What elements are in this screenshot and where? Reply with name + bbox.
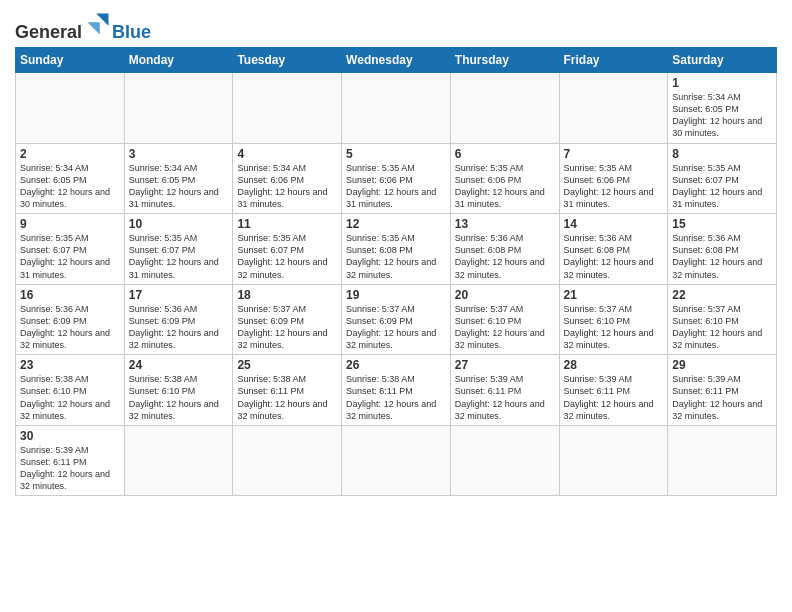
calendar-day-cell xyxy=(559,425,668,496)
day-sun-info: Sunrise: 5:38 AM Sunset: 6:10 PM Dayligh… xyxy=(129,373,229,422)
calendar-day-cell: 15Sunrise: 5:36 AM Sunset: 6:08 PM Dayli… xyxy=(668,214,777,285)
logo-icon xyxy=(84,10,112,38)
calendar-day-cell: 29Sunrise: 5:39 AM Sunset: 6:11 PM Dayli… xyxy=(668,355,777,426)
day-sun-info: Sunrise: 5:36 AM Sunset: 6:08 PM Dayligh… xyxy=(672,232,772,281)
svg-marker-1 xyxy=(88,22,100,34)
day-sun-info: Sunrise: 5:35 AM Sunset: 6:06 PM Dayligh… xyxy=(346,162,446,211)
day-sun-info: Sunrise: 5:39 AM Sunset: 6:11 PM Dayligh… xyxy=(20,444,120,493)
calendar-day-cell: 25Sunrise: 5:38 AM Sunset: 6:11 PM Dayli… xyxy=(233,355,342,426)
day-number: 7 xyxy=(564,147,664,161)
calendar-day-cell: 2Sunrise: 5:34 AM Sunset: 6:05 PM Daylig… xyxy=(16,143,125,214)
calendar-day-cell xyxy=(450,73,559,144)
day-sun-info: Sunrise: 5:35 AM Sunset: 6:07 PM Dayligh… xyxy=(129,232,229,281)
day-number: 12 xyxy=(346,217,446,231)
day-sun-info: Sunrise: 5:35 AM Sunset: 6:06 PM Dayligh… xyxy=(564,162,664,211)
calendar-week-row: 1Sunrise: 5:34 AM Sunset: 6:05 PM Daylig… xyxy=(16,73,777,144)
calendar-day-cell: 3Sunrise: 5:34 AM Sunset: 6:05 PM Daylig… xyxy=(124,143,233,214)
day-number: 2 xyxy=(20,147,120,161)
calendar-day-cell: 5Sunrise: 5:35 AM Sunset: 6:06 PM Daylig… xyxy=(342,143,451,214)
day-number: 24 xyxy=(129,358,229,372)
day-number: 23 xyxy=(20,358,120,372)
logo: GeneralBlue xyxy=(15,10,151,43)
day-sun-info: Sunrise: 5:35 AM Sunset: 6:08 PM Dayligh… xyxy=(346,232,446,281)
day-sun-info: Sunrise: 5:36 AM Sunset: 6:08 PM Dayligh… xyxy=(455,232,555,281)
calendar-day-cell: 26Sunrise: 5:38 AM Sunset: 6:11 PM Dayli… xyxy=(342,355,451,426)
calendar-day-cell: 12Sunrise: 5:35 AM Sunset: 6:08 PM Dayli… xyxy=(342,214,451,285)
page-header: GeneralBlue xyxy=(15,10,777,43)
day-number: 10 xyxy=(129,217,229,231)
day-number: 16 xyxy=(20,288,120,302)
day-number: 21 xyxy=(564,288,664,302)
day-number: 18 xyxy=(237,288,337,302)
day-of-week-header: Friday xyxy=(559,48,668,73)
day-sun-info: Sunrise: 5:39 AM Sunset: 6:11 PM Dayligh… xyxy=(672,373,772,422)
calendar-day-cell: 24Sunrise: 5:38 AM Sunset: 6:10 PM Dayli… xyxy=(124,355,233,426)
calendar-day-cell xyxy=(450,425,559,496)
day-number: 17 xyxy=(129,288,229,302)
day-number: 15 xyxy=(672,217,772,231)
calendar-day-cell: 6Sunrise: 5:35 AM Sunset: 6:06 PM Daylig… xyxy=(450,143,559,214)
day-number: 11 xyxy=(237,217,337,231)
day-number: 3 xyxy=(129,147,229,161)
day-sun-info: Sunrise: 5:38 AM Sunset: 6:10 PM Dayligh… xyxy=(20,373,120,422)
calendar-day-cell xyxy=(342,73,451,144)
calendar-day-cell: 11Sunrise: 5:35 AM Sunset: 6:07 PM Dayli… xyxy=(233,214,342,285)
day-number: 25 xyxy=(237,358,337,372)
day-of-week-header: Thursday xyxy=(450,48,559,73)
calendar-day-cell: 4Sunrise: 5:34 AM Sunset: 6:06 PM Daylig… xyxy=(233,143,342,214)
calendar-week-row: 23Sunrise: 5:38 AM Sunset: 6:10 PM Dayli… xyxy=(16,355,777,426)
day-number: 6 xyxy=(455,147,555,161)
calendar-day-cell: 19Sunrise: 5:37 AM Sunset: 6:09 PM Dayli… xyxy=(342,284,451,355)
calendar-day-cell: 18Sunrise: 5:37 AM Sunset: 6:09 PM Dayli… xyxy=(233,284,342,355)
calendar-day-cell xyxy=(233,73,342,144)
day-sun-info: Sunrise: 5:34 AM Sunset: 6:06 PM Dayligh… xyxy=(237,162,337,211)
day-number: 30 xyxy=(20,429,120,443)
calendar-day-cell xyxy=(124,73,233,144)
calendar-table: SundayMondayTuesdayWednesdayThursdayFrid… xyxy=(15,47,777,496)
day-sun-info: Sunrise: 5:35 AM Sunset: 6:07 PM Dayligh… xyxy=(20,232,120,281)
day-sun-info: Sunrise: 5:39 AM Sunset: 6:11 PM Dayligh… xyxy=(564,373,664,422)
calendar-week-row: 16Sunrise: 5:36 AM Sunset: 6:09 PM Dayli… xyxy=(16,284,777,355)
calendar-day-cell: 8Sunrise: 5:35 AM Sunset: 6:07 PM Daylig… xyxy=(668,143,777,214)
day-number: 19 xyxy=(346,288,446,302)
day-number: 8 xyxy=(672,147,772,161)
calendar-day-cell: 7Sunrise: 5:35 AM Sunset: 6:06 PM Daylig… xyxy=(559,143,668,214)
calendar-day-cell: 21Sunrise: 5:37 AM Sunset: 6:10 PM Dayli… xyxy=(559,284,668,355)
calendar-day-cell: 22Sunrise: 5:37 AM Sunset: 6:10 PM Dayli… xyxy=(668,284,777,355)
day-sun-info: Sunrise: 5:37 AM Sunset: 6:09 PM Dayligh… xyxy=(237,303,337,352)
day-sun-info: Sunrise: 5:35 AM Sunset: 6:06 PM Dayligh… xyxy=(455,162,555,211)
day-sun-info: Sunrise: 5:34 AM Sunset: 6:05 PM Dayligh… xyxy=(20,162,120,211)
day-number: 27 xyxy=(455,358,555,372)
calendar-day-cell: 10Sunrise: 5:35 AM Sunset: 6:07 PM Dayli… xyxy=(124,214,233,285)
calendar-day-cell: 30Sunrise: 5:39 AM Sunset: 6:11 PM Dayli… xyxy=(16,425,125,496)
day-sun-info: Sunrise: 5:36 AM Sunset: 6:09 PM Dayligh… xyxy=(20,303,120,352)
day-sun-info: Sunrise: 5:37 AM Sunset: 6:10 PM Dayligh… xyxy=(564,303,664,352)
calendar-day-cell xyxy=(16,73,125,144)
day-number: 13 xyxy=(455,217,555,231)
day-of-week-header: Tuesday xyxy=(233,48,342,73)
day-sun-info: Sunrise: 5:38 AM Sunset: 6:11 PM Dayligh… xyxy=(346,373,446,422)
day-of-week-header: Monday xyxy=(124,48,233,73)
day-sun-info: Sunrise: 5:35 AM Sunset: 6:07 PM Dayligh… xyxy=(237,232,337,281)
calendar-day-cell: 13Sunrise: 5:36 AM Sunset: 6:08 PM Dayli… xyxy=(450,214,559,285)
calendar-day-cell: 16Sunrise: 5:36 AM Sunset: 6:09 PM Dayli… xyxy=(16,284,125,355)
calendar-week-row: 9Sunrise: 5:35 AM Sunset: 6:07 PM Daylig… xyxy=(16,214,777,285)
day-sun-info: Sunrise: 5:35 AM Sunset: 6:07 PM Dayligh… xyxy=(672,162,772,211)
calendar-day-cell: 20Sunrise: 5:37 AM Sunset: 6:10 PM Dayli… xyxy=(450,284,559,355)
calendar-week-row: 2Sunrise: 5:34 AM Sunset: 6:05 PM Daylig… xyxy=(16,143,777,214)
calendar-day-cell xyxy=(233,425,342,496)
day-number: 4 xyxy=(237,147,337,161)
calendar-day-cell xyxy=(342,425,451,496)
day-number: 26 xyxy=(346,358,446,372)
day-sun-info: Sunrise: 5:39 AM Sunset: 6:11 PM Dayligh… xyxy=(455,373,555,422)
logo-text: GeneralBlue xyxy=(15,10,151,43)
day-sun-info: Sunrise: 5:37 AM Sunset: 6:09 PM Dayligh… xyxy=(346,303,446,352)
day-sun-info: Sunrise: 5:37 AM Sunset: 6:10 PM Dayligh… xyxy=(672,303,772,352)
calendar-day-cell xyxy=(559,73,668,144)
calendar-week-row: 30Sunrise: 5:39 AM Sunset: 6:11 PM Dayli… xyxy=(16,425,777,496)
day-number: 1 xyxy=(672,76,772,90)
calendar-day-cell: 27Sunrise: 5:39 AM Sunset: 6:11 PM Dayli… xyxy=(450,355,559,426)
calendar-day-cell: 9Sunrise: 5:35 AM Sunset: 6:07 PM Daylig… xyxy=(16,214,125,285)
day-sun-info: Sunrise: 5:36 AM Sunset: 6:08 PM Dayligh… xyxy=(564,232,664,281)
calendar-day-cell xyxy=(124,425,233,496)
